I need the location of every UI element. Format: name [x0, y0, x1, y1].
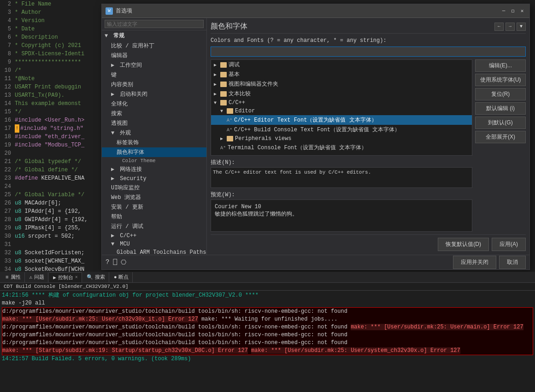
console-line-3: d:/programfiles/mounriver/mounriver_stud… [2, 308, 347, 315]
console-line-9: d:/programfiles/mounriver/mounriver_stud… [2, 339, 347, 346]
panel-nav: ← → ▼ [494, 23, 526, 31]
tree-item-editor[interactable]: 编辑器 [102, 51, 206, 60]
tab-properties[interactable]: ≡ 属性 [2, 272, 25, 282]
content-area: ▶ 调试 ▶ 基本 ▶ [211, 59, 526, 234]
to-default-button[interactable]: 到默认(G) [475, 117, 526, 129]
font-tree-item-build-console-font[interactable]: Aᵃ C/C++ Build Console Text Font（设置为缺省值 … [211, 125, 472, 135]
preview-label: 预览(W): [211, 191, 472, 199]
folder-icon [220, 82, 227, 87]
font-item-icon: Aᵃ [220, 145, 226, 151]
cancel-button[interactable]: 取消 [499, 256, 526, 269]
tab-breakpoints[interactable]: ● 断点 [110, 272, 133, 282]
font-item-icon: Aᵃ [227, 127, 232, 133]
font-tree-item-basic[interactable]: ▶ 基本 [211, 70, 472, 79]
tree-item-help[interactable]: 帮助 [102, 212, 206, 222]
preview-text-line2: 敏捷的棕色狐狸跳过了懒惰的狗。 [215, 210, 468, 218]
tree-item-general[interactable]: ▼ 常规 [102, 30, 206, 41]
font-filter-input[interactable] [211, 47, 526, 57]
font-tree-item-terminal-font[interactable]: Aᵃ Terminal Console Font（设置为缺省值 文本字体） [211, 143, 472, 152]
tree-item-ui-monitor[interactable]: UI响应监控 [102, 183, 206, 193]
tree-item-startup[interactable]: ▶ 启动和关闭 [102, 89, 206, 99]
tree-item-cpp[interactable]: ▶ C/C++ [102, 231, 206, 240]
reset-button[interactable]: 复位(R) [475, 88, 526, 100]
font-tree-item-editor-text-font[interactable]: Aᵃ C/C++ Editor Text Font（设置为缺省值 文本字体） [211, 115, 472, 125]
font-tree-item-textcomp[interactable]: ▶ 文本比较 [211, 89, 472, 99]
tree-item-mcu[interactable]: ▼ MCU [102, 240, 206, 248]
export-icon[interactable]: ⎕ [113, 258, 117, 266]
preview-box: Courier New 10 敏捷的棕色狐狸跳过了懒惰的狗。 [211, 199, 472, 232]
tree-item-perspective[interactable]: 透视图 [102, 118, 206, 128]
tree-item-compare[interactable]: 比较 / 应用补丁 [102, 41, 206, 51]
footer-icons: ? ⎕ ⎔ [106, 258, 126, 266]
nav-back-button[interactable]: ← [494, 23, 504, 31]
tree-item-web-browser[interactable]: Web 浏览器 [102, 193, 206, 202]
tab-console[interactable]: ▶ 控制台 × [49, 272, 82, 282]
expand-all-button[interactable]: 全部展开(X) [475, 131, 526, 143]
font-tree-item-peripherals[interactable]: ▶ Peripherals views [211, 135, 472, 143]
use-system-font-button[interactable]: 使用系统字体(U) [475, 74, 526, 86]
tree-item-appearance[interactable]: ▼ 外观 [102, 128, 206, 138]
bottom-panel: ≡ 属性 ⚠ 问题 ▶ 控制台 × 🔍 搜索 ● 断点 CDT Build Co… [0, 272, 535, 392]
right-panel: 颜色和字体 ← → ▼ Colors and Fonts (? = any ch… [207, 18, 529, 255]
tree-item-network[interactable]: ▶ 网络连接 [102, 164, 206, 174]
tree-item-global[interactable]: 全球化 [102, 99, 206, 109]
desc-section: 描述(N): The C/C++ editor text font is use… [211, 158, 472, 188]
console-area: 14:21:56 **** 构建 of configuration obj fo… [0, 291, 535, 364]
console-header-text: CDT Build Console [blender_CH32V307_V2.0… [4, 284, 129, 289]
right-action-buttons: 编辑(E)... 使用系统字体(U) 复位(R) 默认编辑 (i) 到默认(G)… [475, 59, 526, 234]
preferences-dialog: W 首选项 ─ ◻ ✕ ▼ 常规 比较 / 应用补丁 编辑器 ▶ 工作空间 [101, 4, 530, 270]
font-tree-item-view[interactable]: ▶ 视图和编辑器文件夹 [211, 79, 472, 89]
restore-button[interactable]: ◻ [509, 7, 517, 15]
apply-close-button[interactable]: 应用并关闭 [453, 256, 496, 269]
font-tree[interactable]: ▶ 调试 ▶ 基本 ▶ [211, 59, 472, 156]
console-line-5: make: *** Waiting for unfinished jobs...… [201, 316, 337, 322]
footer-btn-group: 应用并关闭 取消 [453, 256, 526, 269]
close-button[interactable]: ✕ [518, 7, 526, 15]
nav-forward-button[interactable]: → [506, 23, 515, 31]
tab-search[interactable]: 🔍 搜索 [83, 272, 109, 282]
tab-console-label: 控制台 [58, 274, 73, 281]
import-icon[interactable]: ⎔ [121, 258, 126, 266]
tree-item-colors-fonts[interactable]: 颜色和字体 [102, 147, 206, 157]
dialog-title: 首选项 [116, 7, 500, 15]
search-icon: 🔍 [87, 274, 93, 280]
desc-box: The C/C++ editor text font is used by C/… [211, 167, 472, 188]
preview-text-line1: Courier New 10 [215, 204, 468, 210]
tree-item-content[interactable]: 内容类别 [102, 80, 206, 89]
minimize-button[interactable]: ─ [500, 7, 507, 15]
breakpoints-icon: ● [114, 275, 117, 280]
problems-icon: ⚠ [29, 274, 33, 280]
tree-item-search[interactable]: 搜索 [102, 109, 206, 118]
dialog-titlebar: W 首选项 ─ ◻ ✕ [102, 4, 529, 18]
default-edit-button[interactable]: 默认编辑 (i) [475, 102, 526, 115]
tree-item-workspace[interactable]: ▶ 工作空间 [102, 60, 206, 70]
tree-item-run-debug[interactable]: 运行 / 调试 [102, 222, 206, 231]
nav-menu-button[interactable]: ▼ [517, 23, 526, 31]
filter-label: Colors and Fonts (? = any character, * =… [211, 37, 387, 44]
dialog-controls: ─ ◻ ✕ [500, 7, 526, 15]
apply-button[interactable]: 应用(A) [492, 238, 526, 251]
expand-icon: ▼ [105, 33, 110, 39]
tree-item-color-theme[interactable]: Color Theme [102, 157, 206, 164]
font-tree-item-debug[interactable]: ▶ 调试 [211, 60, 472, 70]
tab-problems[interactable]: ⚠ 问题 [26, 272, 49, 282]
dialog-app-icon: W [106, 7, 113, 15]
tree-item-install[interactable]: 安装 / 更新 [102, 202, 206, 212]
tree-item-security[interactable]: ▶ Security [102, 174, 206, 183]
dialog-overlay: W 首选项 ─ ◻ ✕ ▼ 常规 比较 / 应用补丁 编辑器 ▶ 工作空间 [101, 0, 535, 272]
tree-item-label-decoration[interactable]: 标签装饰 [102, 138, 206, 147]
font-tree-item-editor[interactable]: ▼ Editor [211, 107, 472, 115]
font-tree-item-cpp[interactable]: ▼ C/C++ [211, 99, 472, 107]
restore-defaults-button[interactable]: 恢复默认值(D) [438, 238, 489, 251]
tree-item-keys[interactable]: 键 [102, 70, 206, 80]
tree-search-input[interactable] [105, 20, 204, 28]
console-line-12: 14:21:57 Build Failed. 5 errors, 0 warni… [2, 355, 533, 363]
help-icon[interactable]: ? [106, 258, 109, 266]
panel-title: 颜色和字体 ← → ▼ [211, 22, 526, 34]
folder-icon [220, 62, 227, 68]
desc-label: 描述(N): [211, 158, 472, 166]
tree-item-arm-toolchain[interactable]: Global ARM Toolchains Paths [102, 248, 206, 255]
edit-button[interactable]: 编辑(E)... [475, 59, 526, 72]
console-close-icon[interactable]: × [75, 275, 78, 280]
console-line-6: d:/programfiles/mounriver/mounriver_stud… [2, 324, 347, 330]
